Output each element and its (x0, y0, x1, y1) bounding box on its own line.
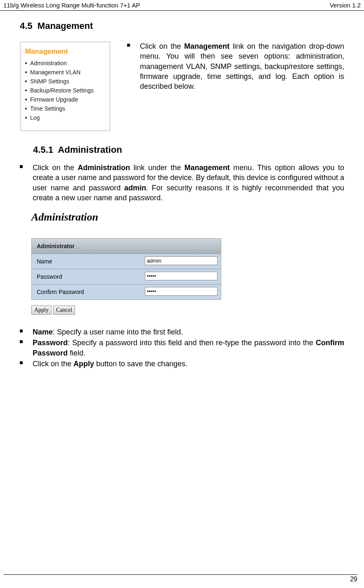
name-bullet: Name: Specify a user name into the first… (20, 327, 344, 337)
square-bullet-icon (20, 165, 23, 168)
cancel-button[interactable]: Cancel (53, 306, 75, 315)
nav-item-label: Time Settings (30, 105, 65, 112)
nav-item-administration[interactable]: Administration (25, 60, 105, 66)
password-label: Password (32, 269, 142, 284)
header-left: 11b/g Wireless Long Range Multi-function… (3, 2, 140, 9)
admin-intro-text: Click on the Administration link under t… (33, 163, 344, 203)
section-title: Management (38, 21, 93, 31)
intro-bullet: Click on the Management link on the navi… (127, 41, 344, 91)
subsection-title: Administration (58, 145, 122, 155)
nav-box: Management Administration Management VLA… (20, 41, 111, 131)
admin-table: Administrator Name Password Confirm Pass… (31, 238, 221, 300)
nav-item-label: Management VLAN (30, 69, 80, 76)
nav-item-label: Administration (30, 60, 67, 66)
page-footer: 29 (3, 574, 357, 583)
confirm-label: Confirm Password (32, 285, 142, 299)
header-right: Version 1.2 (330, 2, 361, 9)
name-bullet-text: Name: Specify a user name into the first… (33, 327, 183, 337)
apply-bullet: Click on the Apply button to save the ch… (20, 359, 344, 369)
nav-item-label: Backup/Restore Settings (30, 87, 94, 94)
page-header: 11b/g Wireless Long Range Multi-function… (0, 0, 364, 11)
intro-bold: Management (184, 42, 229, 50)
nav-menu-image: Management Administration Management VLA… (20, 41, 111, 131)
name-input-cell (142, 254, 221, 269)
nav-item-vlan[interactable]: Management VLAN (25, 69, 105, 76)
dot-icon (25, 117, 27, 119)
confirm-password-input[interactable] (145, 287, 217, 296)
nav-item-firmware[interactable]: Firmware Upgrade (25, 96, 105, 103)
password-input[interactable] (145, 272, 217, 280)
password-input-cell (142, 269, 221, 284)
bottom-bullets: Name: Specify a user name into the first… (20, 327, 344, 369)
name-label: Name (32, 254, 142, 269)
admin-name-row: Name (32, 254, 221, 269)
admin-group-empty (142, 239, 221, 254)
administration-form-image: Administration Administrator Name Passwo… (31, 211, 221, 315)
square-bullet-icon (20, 361, 23, 364)
admin-group-label: Administrator (32, 239, 142, 254)
subsection-number: 4.5.1 (33, 145, 53, 155)
intro-text-column: Click on the Management link on the navi… (127, 41, 344, 131)
nav-item-time[interactable]: Time Settings (25, 105, 105, 112)
square-bullet-icon (127, 44, 130, 47)
dot-icon (25, 90, 27, 91)
apply-bullet-text: Click on the Apply button to save the ch… (33, 359, 187, 369)
nav-item-label: Log (30, 114, 40, 121)
name-input[interactable] (145, 256, 217, 265)
button-row: Apply Cancel (31, 306, 221, 315)
admin-confirm-row: Confirm Password (32, 285, 221, 299)
page-number: 29 (350, 576, 357, 583)
intro-prefix: Click on the (140, 42, 184, 50)
nav-item-log[interactable]: Log (25, 114, 105, 121)
subsection-heading: 4.5.1 Administration (33, 145, 344, 155)
square-bullet-icon (20, 330, 23, 332)
dot-icon (25, 108, 27, 109)
admin-password-row: Password (32, 269, 221, 285)
section-number: 4.5 (20, 21, 33, 31)
section-heading: 4.5 Management (20, 21, 344, 31)
apply-button[interactable]: Apply (31, 306, 52, 315)
password-bullet: Password: Specify a password into this f… (20, 338, 344, 358)
admin-intro-bullet: Click on the Administration link under t… (20, 163, 344, 203)
nav-item-snmp[interactable]: SNMP Settings (25, 78, 105, 85)
intro-paragraph: Click on the Management link on the navi… (140, 41, 344, 91)
nav-item-label: Firmware Upgrade (30, 96, 78, 103)
admin-form-heading: Administration (31, 211, 221, 223)
page-content: 4.5 Management Management Administration… (0, 11, 364, 369)
admin-group-row: Administrator (32, 239, 221, 254)
password-bullet-text: Password: Specify a password into this f… (33, 338, 344, 358)
nav-item-label: SNMP Settings (30, 78, 69, 85)
confirm-input-cell (142, 285, 221, 299)
nav-title: Management (25, 47, 105, 56)
dot-icon (25, 99, 27, 100)
nav-item-backup[interactable]: Backup/Restore Settings (25, 87, 105, 94)
dot-icon (25, 62, 27, 64)
dot-icon (25, 71, 27, 73)
square-bullet-icon (20, 340, 23, 343)
dot-icon (25, 81, 27, 82)
intro-row: Management Administration Management VLA… (20, 41, 344, 131)
